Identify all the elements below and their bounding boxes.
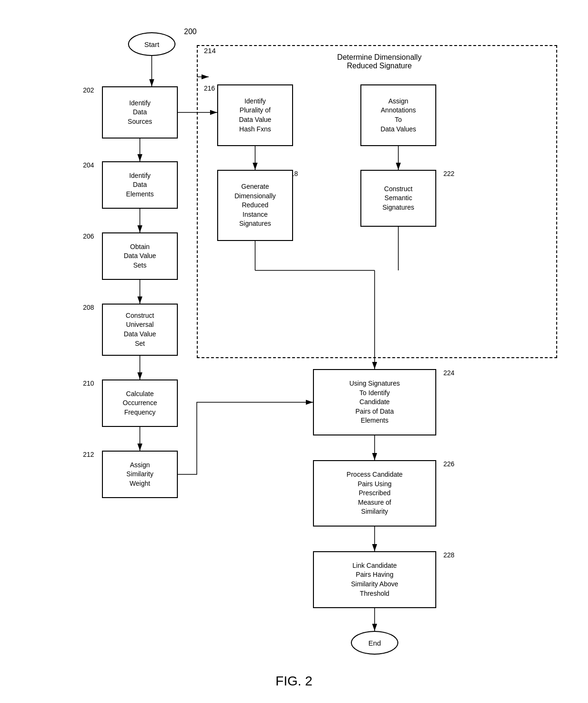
figure-number-label: 200: [184, 28, 197, 36]
label-216: 216: [204, 84, 215, 92]
process-candidate-label: Process Candidate Pairs Using Prescribed…: [347, 470, 403, 517]
label-222: 222: [443, 170, 454, 177]
obtain-data-value-sets-label: Obtain Data Value Sets: [124, 242, 156, 270]
construct-universal-label: Construct Universal Data Value Set: [124, 311, 156, 348]
construct-universal-box: Construct Universal Data Value Set: [102, 304, 178, 356]
identify-plurality-box: Identify Plurality of Data Value Hash Fx…: [217, 84, 293, 146]
obtain-data-value-sets-box: Obtain Data Value Sets: [102, 232, 178, 280]
label-202: 202: [83, 86, 94, 94]
construct-semantic-label: Construct Semantic Signatures: [383, 185, 414, 213]
using-signatures-box: Using Signatures To Identify Candidate P…: [313, 369, 436, 435]
label-210: 210: [83, 379, 94, 387]
start-ellipse: Start: [128, 32, 175, 56]
generate-dim-reduced-label: Generate Dimensionally Reduced Instance …: [234, 182, 276, 229]
assign-similarity-weight-box: Assign Similarity Weight: [102, 451, 178, 498]
using-signatures-label: Using Signatures To Identify Candidate P…: [349, 379, 400, 426]
assign-similarity-weight-label: Assign Similarity Weight: [127, 461, 154, 489]
construct-semantic-box: Construct Semantic Signatures: [360, 170, 436, 227]
assign-annotations-label: Assign Annotations To Data Values: [380, 97, 416, 134]
end-label: End: [368, 639, 381, 647]
label-204: 204: [83, 161, 94, 169]
diagram-container: 200 Start 202 Identify Data Sources 204 …: [0, 0, 588, 703]
assign-annotations-box: Assign Annotations To Data Values: [360, 84, 436, 146]
identify-data-sources-box: Identify Data Sources: [102, 86, 178, 139]
identify-data-sources-label: Identify Data Sources: [128, 99, 152, 127]
label-212: 212: [83, 451, 94, 458]
end-ellipse: End: [351, 631, 398, 655]
label-224: 224: [443, 369, 454, 377]
fig-label: FIG. 2: [247, 674, 341, 689]
label-226: 226: [443, 460, 454, 468]
label-206: 206: [83, 232, 94, 240]
link-candidate-box: Link Candidate Pairs Having Similarity A…: [313, 551, 436, 608]
identify-plurality-label: Identify Plurality of Data Value Hash Fx…: [239, 97, 271, 134]
start-label: Start: [144, 40, 159, 48]
label-208: 208: [83, 304, 94, 311]
calculate-occurrence-box: Calculate Occurrence Frequency: [102, 379, 178, 427]
identify-data-elements-label: Identify Data Elements: [126, 171, 154, 199]
identify-data-elements-box: Identify Data Elements: [102, 161, 178, 209]
calculate-occurrence-label: Calculate Occurrence Frequency: [123, 389, 157, 417]
label-228: 228: [443, 551, 454, 559]
process-candidate-box: Process Candidate Pairs Using Prescribed…: [313, 460, 436, 527]
generate-dim-reduced-box: Generate Dimensionally Reduced Instance …: [217, 170, 293, 241]
determine-dimensionally-title: Determine Dimensionally Reduced Signatur…: [209, 53, 550, 70]
link-candidate-label: Link Candidate Pairs Having Similarity A…: [351, 561, 398, 598]
